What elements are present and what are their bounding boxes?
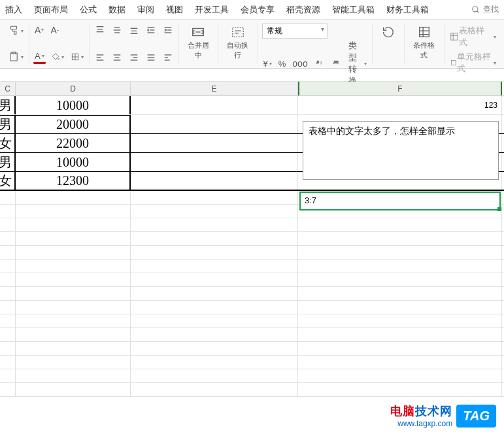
orientation-icon[interactable] <box>161 51 175 64</box>
indent-left-icon[interactable] <box>144 24 158 37</box>
col-header-d[interactable]: D <box>16 82 131 95</box>
table-row[interactable] <box>0 218 504 232</box>
merged-cell-f[interactable]: 表格中的文字太多了，怎样全部显示 <box>303 121 499 180</box>
table-row[interactable] <box>0 273 504 287</box>
cell-d[interactable]: 12300 <box>16 172 131 190</box>
wrap-text-button[interactable]: 自动换行 <box>222 24 253 61</box>
tab-page-layout[interactable]: 页面布局 <box>34 4 68 16</box>
cell-d[interactable]: 10000 <box>16 153 131 171</box>
cell-c[interactable]: 男 <box>0 115 16 133</box>
cond-format-button[interactable]: 条件格式 <box>409 24 439 61</box>
cell-d[interactable]: 20000 <box>16 115 131 133</box>
col-header-e[interactable]: E <box>131 82 298 95</box>
table-row[interactable] <box>0 232 504 246</box>
wrap-label: 自动换行 <box>226 41 249 60</box>
col-header-f[interactable]: F <box>298 82 502 95</box>
merge-center-button[interactable]: 合并居中 <box>183 24 214 61</box>
search-label: 查找 <box>483 4 499 15</box>
watermark-title: 电脑技术网 <box>390 403 452 419</box>
svg-line-1 <box>477 10 479 12</box>
table-row[interactable] <box>0 287 504 301</box>
cell-style-button[interactable]: 单元格样式▾ <box>448 50 497 76</box>
cell-c[interactable]: 女 <box>0 134 16 152</box>
tab-data[interactable]: 数据 <box>109 4 126 16</box>
decrease-font-icon[interactable]: A- <box>50 24 60 37</box>
spreadsheet-grid[interactable]: C D E F 男 10000 123 男 20000 女 22000 男 10… <box>0 82 504 397</box>
cell-d[interactable]: 22000 <box>16 134 131 152</box>
cell-e[interactable] <box>131 172 298 190</box>
comma-icon[interactable]: ooo <box>291 57 309 70</box>
formula-bar[interactable] <box>0 69 504 82</box>
fill-handle[interactable] <box>497 207 501 211</box>
table-row[interactable] <box>0 328 504 342</box>
cell-c[interactable]: 男 <box>0 153 16 171</box>
cell-f[interactable]: 123 <box>298 96 502 114</box>
increase-font-icon[interactable]: A+ <box>33 24 46 37</box>
search-button[interactable]: 查找 <box>471 4 499 15</box>
type-convert-button[interactable]: 类型转换▾ <box>347 39 369 88</box>
cell-style-icon <box>450 58 458 67</box>
tab-devtools[interactable]: 开发工具 <box>195 4 229 16</box>
format-painter-icon[interactable]: ▾ <box>7 24 25 38</box>
cell-c[interactable]: 女 <box>0 172 16 190</box>
align-left-icon[interactable] <box>93 51 107 64</box>
selected-cell-value: 3:7 <box>305 195 316 205</box>
table-row[interactable] <box>0 342 504 356</box>
decrease-decimal-icon[interactable]: .00 <box>330 58 343 69</box>
table-row[interactable]: 男 10000 123 <box>0 96 504 115</box>
table-row[interactable] <box>0 246 504 260</box>
svg-rect-43 <box>420 27 429 37</box>
cell-e[interactable] <box>131 153 298 171</box>
tab-resources[interactable]: 稻壳资源 <box>286 4 320 16</box>
rotate-button[interactable] <box>377 24 400 50</box>
table-row[interactable] <box>0 356 504 369</box>
align-right-icon[interactable] <box>127 51 141 64</box>
table-row[interactable] <box>0 260 504 273</box>
fill-color-icon[interactable]: ▾ <box>50 51 65 63</box>
percent-icon[interactable]: % <box>277 58 288 70</box>
svg-rect-50 <box>451 61 456 65</box>
col-header-c[interactable]: C <box>0 82 16 95</box>
table-row[interactable] <box>0 369 504 383</box>
ribbon-tabs: 插入 页面布局 公式 数据 审阅 视图 开发工具 会员专享 稻壳资源 智能工具箱… <box>0 0 504 20</box>
indent-right-icon[interactable] <box>161 24 175 37</box>
align-middle-icon[interactable] <box>110 24 124 37</box>
tab-review[interactable]: 审阅 <box>137 4 154 16</box>
svg-point-0 <box>473 6 478 11</box>
table-style-button[interactable]: 表格样式▾ <box>448 24 497 50</box>
border-icon[interactable]: ▾ <box>69 51 85 63</box>
table-row[interactable] <box>0 301 504 314</box>
cell-e[interactable] <box>131 134 298 152</box>
font-color-icon[interactable]: A▾ <box>33 50 46 64</box>
cell-d[interactable]: 10000 <box>16 96 131 114</box>
cond-format-label: 条件格式 <box>412 41 435 60</box>
number-format-select[interactable]: 常规 <box>262 24 328 39</box>
increase-decimal-icon[interactable]: .0 <box>313 58 326 69</box>
tab-finance-tools[interactable]: 财务工具箱 <box>386 4 429 16</box>
tab-formula[interactable]: 公式 <box>80 4 97 16</box>
cell-e[interactable] <box>131 115 298 133</box>
align-center-icon[interactable] <box>110 51 124 64</box>
tab-smart-tools[interactable]: 智能工具箱 <box>332 4 375 16</box>
watermark-url: www.tagxp.com <box>397 419 452 428</box>
svg-text:.0: .0 <box>316 60 320 64</box>
cell-e[interactable] <box>131 96 298 114</box>
align-group <box>90 24 179 64</box>
tab-view[interactable]: 视图 <box>166 4 183 16</box>
tab-member[interactable]: 会员专享 <box>241 4 275 16</box>
rotate-icon <box>380 25 396 39</box>
align-top-icon[interactable] <box>93 24 107 37</box>
font-group: A+ A- A▾ ▾ ▾ <box>29 24 90 64</box>
justify-icon[interactable] <box>144 51 158 64</box>
table-row[interactable] <box>0 383 504 397</box>
cell-c[interactable]: 男 <box>0 96 16 114</box>
selected-cell[interactable]: 3:7 <box>299 192 501 210</box>
paste-icon[interactable]: ▾ <box>7 50 25 64</box>
tab-insert[interactable]: 插入 <box>5 4 22 16</box>
table-style-icon <box>450 32 459 41</box>
convert-group <box>373 24 405 64</box>
currency-icon[interactable]: ¥▾ <box>262 58 273 70</box>
table-row[interactable] <box>0 314 504 328</box>
align-bottom-icon[interactable] <box>127 24 141 37</box>
merge-label: 合并居中 <box>187 41 210 60</box>
